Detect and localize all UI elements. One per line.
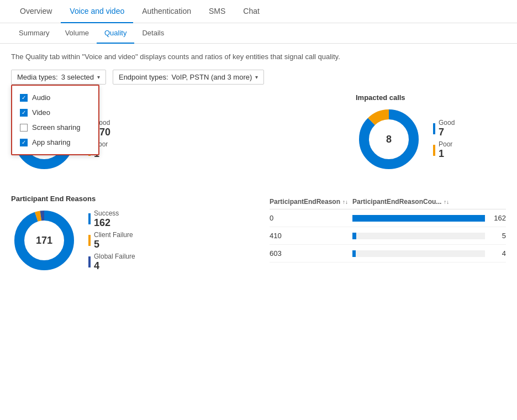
row-410-bar-fill [352,233,356,239]
endpoint-types-label: Endpoint types: [119,73,168,81]
bottom-section: Participant End Reasons 171 [11,195,506,274]
row-410-count-cell: 5 [352,232,506,240]
client-failure-value: 5 [94,239,133,250]
endpoint-types-selected: VoIP, PSTN (and 3 more) [172,73,252,81]
impacted-good: Good 7 [433,119,455,138]
media-option-screen-sharing[interactable]: Screen sharing [12,120,98,135]
table-row: 0 162 [270,209,506,227]
impacted-calls-chart: 8 Good 7 Poor 1 [356,106,506,172]
video-checkbox[interactable] [20,109,28,117]
sub-navigation: Summary Volume Quality Details [0,23,517,44]
participant-end-donut: 171 [11,207,77,274]
impacted-poor-bar [433,145,435,156]
subnav-volume[interactable]: Volume [57,23,97,44]
row-603-bar-fill [352,250,356,257]
media-option-audio[interactable]: Audio [12,90,98,105]
row-410-bar-bg [352,233,485,239]
impacted-calls-legend: Good 7 Poor 1 [433,119,455,160]
row-603-count-cell: 4 [352,249,506,258]
per-client-failure: Client Failure 5 [88,231,135,250]
impacted-calls-donut: 8 [356,106,422,172]
global-failure-label: Global Failure [94,253,135,260]
chevron-down-icon: ▾ [97,74,100,80]
row-0-bar-bg [352,215,485,222]
participant-table: ParticipantEndReason ↑↓ ParticipantEndRe… [270,195,506,262]
header-count-label: ParticipantEndReasonCou... [352,198,441,206]
screen-sharing-checkbox[interactable] [20,124,28,132]
media-types-wrapper: Media types: 3 selected ▾ Audio Video Sc… [11,70,106,85]
media-types-button[interactable]: Media types: 3 selected ▾ [11,70,106,85]
participant-table-section: ParticipantEndReason ↑↓ ParticipantEndRe… [270,195,506,274]
row-410-count: 5 [489,232,506,240]
nav-overview[interactable]: Overview [11,0,61,23]
client-failure-bar [88,235,91,246]
participant-end-reasons-chart: 171 Success 162 Client Failure [11,207,247,274]
row-603-count: 4 [489,249,506,258]
audio-label: Audio [32,93,50,102]
impacted-poor-value: 1 [439,148,452,160]
success-bar [88,213,91,224]
app-sharing-label: App sharing [32,138,70,146]
media-types-dropdown: Audio Video Screen sharing App sharing [11,85,99,155]
per-success: Success 162 [88,209,135,229]
sort-icon-count: ↑↓ [444,199,449,205]
page-content: The Quality tab within "Voice and video"… [0,44,517,282]
header-count[interactable]: ParticipantEndReasonCou... ↑↓ [352,198,506,206]
subnav-quality[interactable]: Quality [97,23,134,44]
row-0-reason: 0 [270,214,341,222]
client-failure-label: Client Failure [94,231,133,239]
success-label: Success [94,209,119,217]
participant-end-reasons-title: Participant End Reasons [11,195,247,203]
row-410-reason: 410 [270,232,341,240]
filters-row: Media types: 3 selected ▾ Audio Video Sc… [11,70,506,85]
table-header-row: ParticipantEndReason ↑↓ ParticipantEndRe… [270,195,506,209]
header-reason[interactable]: ParticipantEndReason ↑↓ [270,198,341,206]
top-navigation: Overview Voice and video Authentication … [0,0,517,23]
nav-chat[interactable]: Chat [234,0,268,23]
audio-checkbox[interactable] [20,94,28,102]
impacted-poor: Poor 1 [433,140,455,160]
nav-authentication[interactable]: Authentication [133,0,200,23]
impacted-calls-title: Impacted calls [356,93,506,102]
video-label: Video [32,108,50,117]
impacted-good-bar [433,123,435,134]
row-603-reason: 603 [270,249,341,258]
row-0-count: 162 [489,214,506,222]
impacted-good-label: Good [439,119,455,127]
subnav-details[interactable]: Details [134,23,172,44]
media-option-app-sharing[interactable]: App sharing [12,135,98,150]
media-types-label: Media types: [17,73,58,81]
page-description: The Quality tab within "Voice and video"… [11,53,506,61]
screen-sharing-label: Screen sharing [32,123,80,132]
participant-end-reasons-section: Participant End Reasons 171 [11,195,247,274]
participant-end-legend: Success 162 Client Failure 5 [88,209,135,272]
global-failure-value: 4 [94,260,135,272]
media-option-video[interactable]: Video [12,105,98,120]
table-row: 603 4 [270,245,506,262]
impacted-calls-total: 8 [386,134,392,145]
participant-end-total: 171 [36,235,52,246]
row-0-bar-fill [352,215,485,222]
endpoint-chevron-icon: ▾ [255,74,258,80]
header-reason-label: ParticipantEndReason [270,198,340,206]
table-row: 410 5 [270,227,506,245]
nav-voice-video[interactable]: Voice and video [61,0,133,23]
endpoint-types-button[interactable]: Endpoint types: VoIP, PSTN (and 3 more) … [113,70,264,85]
impacted-calls-section: Impacted calls 8 G [356,93,506,172]
impacted-poor-label: Poor [439,140,452,148]
success-value: 162 [94,217,119,229]
row-0-count-cell: 162 [352,214,506,222]
row-603-bar-bg [352,250,485,257]
impacted-good-value: 7 [439,127,455,138]
nav-sms[interactable]: SMS [200,0,234,23]
sort-icon-reason: ↑↓ [342,199,348,205]
media-types-selected: 3 selected [61,73,94,81]
per-global-failure: Global Failure 4 [88,253,135,272]
global-failure-bar [88,256,91,267]
app-sharing-checkbox[interactable] [20,139,28,146]
subnav-summary[interactable]: Summary [11,23,57,44]
